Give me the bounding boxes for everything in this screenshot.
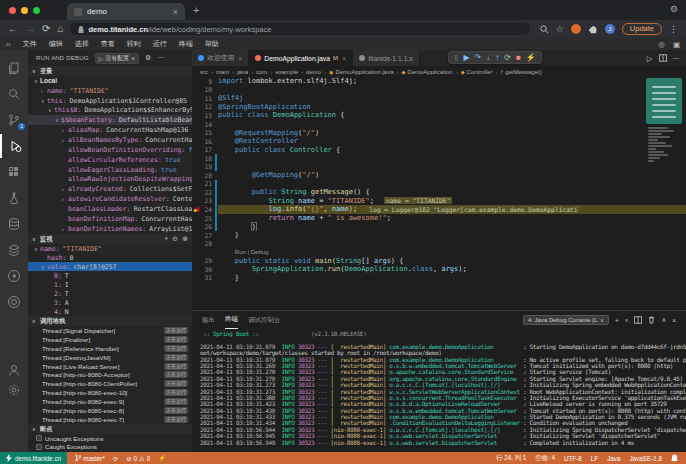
variable-row[interactable]: beanClassLoader:RestartClassLoader@140: [28, 204, 192, 214]
variable-row[interactable]: ∨this$0:DemoApplication$$EnhancerBySprin…: [28, 106, 192, 116]
code-line[interactable]: Run | Debug: [192, 248, 686, 257]
activity-database-icon[interactable]: [0, 212, 28, 236]
variable-row[interactable]: ›beanDefinitionNames:ArrayList@142 size=…: [28, 224, 192, 234]
extensions-puzzle-icon[interactable]: [588, 24, 598, 34]
sync-icon[interactable]: ⟳: [113, 455, 118, 462]
split-editor-icon[interactable]: [659, 54, 667, 62]
thread-row[interactable]: Thread [http-nio-8080-Acceptor]正在运行: [28, 370, 192, 379]
toolbar-grip-icon[interactable]: ⣿: [454, 55, 458, 61]
code-line[interactable]: 12@SpringBootApplication: [192, 103, 686, 112]
status-item[interactable]: LF: [591, 455, 598, 462]
code-line[interactable]: 26 }: [192, 222, 686, 231]
restart-icon[interactable]: ⟳: [504, 54, 511, 62]
panel-tab-终端[interactable]: 终端: [225, 311, 238, 329]
breadcrumb-item[interactable]: ◉DemoApplication.java: [329, 69, 393, 75]
breadcrumb-item[interactable]: example: [275, 69, 298, 75]
menu-item-运行[interactable]: 运行: [147, 40, 173, 47]
thread-row[interactable]: Thread [Reference Handler]正在运行: [28, 344, 192, 353]
maximize-window-icon[interactable]: [33, 7, 40, 14]
activity-settings-gear-icon[interactable]: [0, 378, 28, 402]
variable-row[interactable]: allowRawInjectionDespiteWrapping:false: [28, 174, 192, 184]
code-line[interactable]: 10: [192, 86, 686, 95]
gutter[interactable]: 22: [192, 188, 218, 197]
panel-tab-输出[interactable]: 输出: [202, 311, 215, 329]
breakpoint-checkbox[interactable]: [36, 444, 42, 450]
layout-toggle-icon[interactable]: ▣: [673, 40, 680, 49]
activity-source-control-icon[interactable]: 1: [0, 108, 28, 132]
menu-item-转到[interactable]: 转到: [121, 40, 147, 47]
gutter[interactable]: 20: [192, 171, 218, 180]
gutter[interactable]: ▶24: [192, 205, 218, 214]
breakpoint-row[interactable]: Uncaught Exceptions: [28, 434, 192, 443]
code-line[interactable]: 21: [192, 180, 686, 189]
gutter[interactable]: 29: [192, 256, 218, 265]
thread-row[interactable]: Thread [Signal Dispatcher]正在运行: [28, 326, 192, 335]
menu-item-选择[interactable]: 选择: [69, 40, 95, 47]
watch-row[interactable]: ∨name:"TITANIDE": [28, 244, 192, 253]
gutter[interactable]: 9: [192, 77, 218, 86]
browser-menu-icon[interactable]: ⋮: [669, 24, 678, 34]
new-tab-button[interactable]: +: [193, 4, 199, 16]
status-item[interactable]: Java: [607, 455, 620, 462]
thread-row[interactable]: Thread [Finalizer]正在运行: [28, 335, 192, 344]
split-terminal-icon[interactable]: [634, 316, 642, 324]
activity-extensions-icon[interactable]: [0, 160, 28, 184]
step-out-icon[interactable]: ↑: [495, 54, 499, 62]
tab-close-icon[interactable]: ×: [342, 55, 346, 62]
git-branch-indicator[interactable]: master*: [75, 454, 105, 462]
watch-row[interactable]: 2:T: [28, 289, 192, 298]
variable-row[interactable]: allowEagerClassLoading:true: [28, 165, 192, 175]
watch-row[interactable]: ∨value:char[8]@257: [28, 262, 192, 271]
code-line[interactable]: 13public class DemoApplication {: [192, 111, 686, 120]
code-line[interactable]: 29 public static void main(String[] args…: [192, 256, 686, 265]
activity-lightning-icon[interactable]: [0, 264, 28, 288]
tab-close-icon[interactable]: ×: [173, 7, 178, 17]
gutter[interactable]: 17: [192, 145, 218, 154]
breadcrumb-item[interactable]: main: [216, 69, 229, 75]
breakpoint-checkbox[interactable]: [36, 435, 42, 441]
notifications-bell-icon[interactable]: [671, 454, 678, 463]
gutter[interactable]: 12: [192, 103, 218, 112]
profile-avatar[interactable]: J: [605, 24, 615, 34]
watch-row[interactable]: 1:I: [28, 280, 192, 289]
browser-profile-icon[interactable]: ⚙: [670, 4, 678, 14]
zoom-icon[interactable]: [540, 25, 549, 34]
hot-code-replace-icon[interactable]: ⚡: [526, 54, 536, 62]
run-file-icon[interactable]: ▷: [647, 54, 653, 63]
activity-search-icon[interactable]: [0, 82, 28, 106]
gutter[interactable]: 13: [192, 111, 218, 120]
gutter[interactable]: 11: [192, 94, 218, 103]
watch-row[interactable]: 4:N: [28, 307, 192, 316]
menu-item-查看[interactable]: 查看: [95, 40, 121, 47]
gutter[interactable]: 10: [192, 86, 218, 95]
code-line[interactable]: ▶24 log.info("{}", name);log = Logger@10…: [192, 205, 686, 214]
browser-tab[interactable]: demo ×: [67, 3, 185, 20]
editor-more-icon[interactable]: ⋯: [673, 54, 681, 63]
status-item[interactable]: 行 24, 列 1: [496, 454, 526, 463]
forward-icon[interactable]: →: [25, 24, 35, 34]
code-line[interactable]: 18: [192, 154, 686, 163]
remote-indicator[interactable]: demo.titanide.cn: [0, 452, 67, 464]
codelens-run-debug[interactable]: Run | Debug: [235, 249, 269, 255]
debug-config-dropdown[interactable]: ▷ 没有配置 ∨: [95, 53, 139, 64]
variable-row[interactable]: allowCircularReferences:true: [28, 155, 192, 165]
menu-item-文件[interactable]: 文件: [17, 40, 43, 47]
thread-row[interactable]: Thread [http-nio-8080-exec-7]正在运行: [28, 415, 192, 424]
gutter[interactable]: 25: [192, 214, 218, 223]
editor-tab-欢迎使用[interactable]: 欢迎使用×: [192, 50, 249, 66]
close-panel-icon[interactable]: ×: [672, 317, 676, 324]
variable-row[interactable]: ›autowireCandidateResolver:ContextAnnota…: [28, 194, 192, 204]
thread-row[interactable]: Thread [http-nio-8080-exec-10]正在运行: [28, 388, 192, 397]
gutter[interactable]: 19: [192, 162, 218, 171]
remove-all-watch-icon[interactable]: ⊗: [182, 235, 188, 243]
code-line[interactable]: 15 @RequestMapping("/"): [192, 128, 686, 137]
code-line[interactable]: 9import lombok.extern.slf4j.Slf4j;: [192, 77, 686, 86]
menu-item-终端[interactable]: 终端: [173, 40, 199, 47]
gutter[interactable]: 14: [192, 120, 218, 129]
add-expression-icon[interactable]: +: [164, 235, 168, 243]
code-line[interactable]: 31 }: [192, 274, 686, 283]
gutter[interactable]: 21: [192, 180, 218, 189]
sidebar-more-icon[interactable]: ⋯: [157, 54, 164, 62]
breadcrumb-item[interactable]: com: [256, 69, 267, 75]
breadcrumb-item[interactable]: java: [237, 69, 248, 75]
